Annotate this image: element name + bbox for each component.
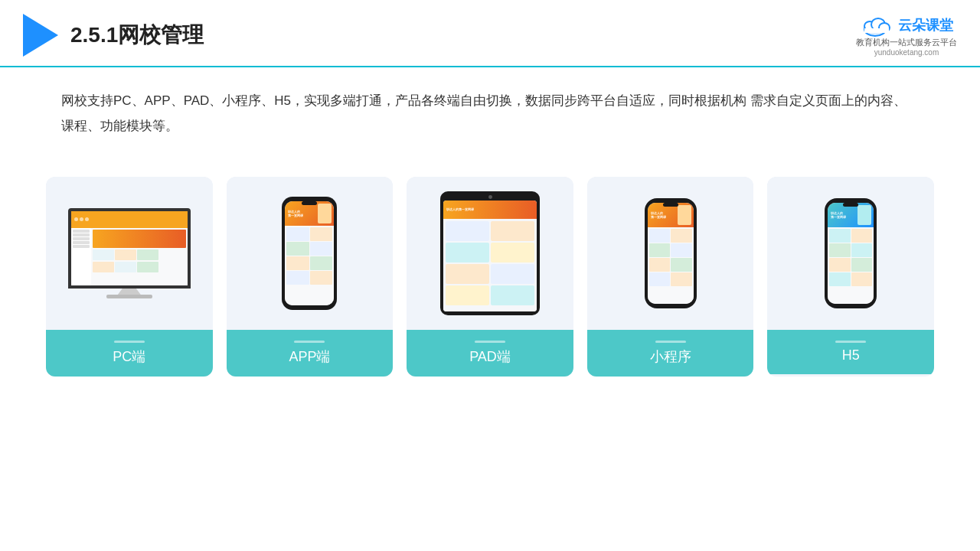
- phone-screen: 职达人的第一堂网课: [285, 201, 334, 305]
- app-phone-mockup: 职达人的第一堂网课: [282, 197, 337, 310]
- tablet-camera: [488, 195, 492, 199]
- tablet-mockup: 职达人的第一堂网课: [440, 191, 540, 315]
- header-left: 2.5.1网校管理: [23, 14, 204, 57]
- cloud-icon: [860, 14, 893, 37]
- description-text: 网校支持PC、APP、PAD、小程序、H5，实现多端打通，产品各终端自由切换，数…: [0, 67, 980, 146]
- card-pc-image: [46, 177, 213, 330]
- brand-tagline: 教育机构一站式服务云平台: [856, 37, 957, 48]
- brand-url: yunduoketang.com: [874, 48, 939, 57]
- page-title: 2.5.1网校管理: [70, 21, 204, 50]
- phone-notch: [302, 201, 317, 205]
- card-miniprogram: 职达人的第一堂网课: [587, 177, 754, 377]
- phone-screen-mini: 职达人的第一堂网课: [648, 203, 694, 304]
- card-app-label: APP端: [227, 330, 394, 377]
- cards-container: PC端 职达人的第一堂网课: [0, 154, 980, 392]
- logo-triangle-icon: [23, 14, 58, 57]
- header-right: 云朵课堂 教育机构一站式服务云平台 yunduoketang.com: [856, 14, 957, 57]
- card-h5-label: H5: [767, 330, 934, 374]
- card-pad-image: 职达人的第一堂网课: [407, 177, 573, 330]
- card-h5-image: 职达人的第一堂网课: [767, 177, 934, 330]
- phone-screen-h5: 职达人的第一堂网课: [828, 203, 874, 304]
- brand-name: 云朵课堂: [898, 16, 953, 34]
- header: 2.5.1网校管理 云朵课堂 教育机构一站式服务云平台 yunduoketan: [0, 0, 980, 67]
- card-app-image: 职达人的第一堂网课: [227, 177, 394, 330]
- miniprogram-phone-mockup: 职达人的第一堂网课: [645, 198, 697, 308]
- pc-screen: [68, 208, 191, 289]
- card-pad-label: PAD端: [407, 330, 573, 377]
- pc-mockup: [68, 208, 191, 298]
- card-miniprogram-label: 小程序: [587, 330, 754, 377]
- card-pad: 职达人的第一堂网课: [407, 177, 573, 377]
- svg-rect-8: [864, 28, 889, 33]
- brand-logo: 云朵课堂: [860, 14, 953, 37]
- card-miniprogram-image: 职达人的第一堂网课: [587, 177, 754, 330]
- h5-phone-mockup: 职达人的第一堂网课: [825, 198, 877, 308]
- phone-notch-h5: [843, 203, 858, 207]
- tablet-screen: 职达人的第一堂网课: [443, 201, 537, 311]
- card-h5: 职达人的第一堂网课: [767, 177, 934, 377]
- card-pc-label: PC端: [46, 330, 213, 377]
- phone-notch-mini: [663, 203, 678, 207]
- card-app: 职达人的第一堂网课: [227, 177, 394, 377]
- card-pc: PC端: [46, 177, 213, 377]
